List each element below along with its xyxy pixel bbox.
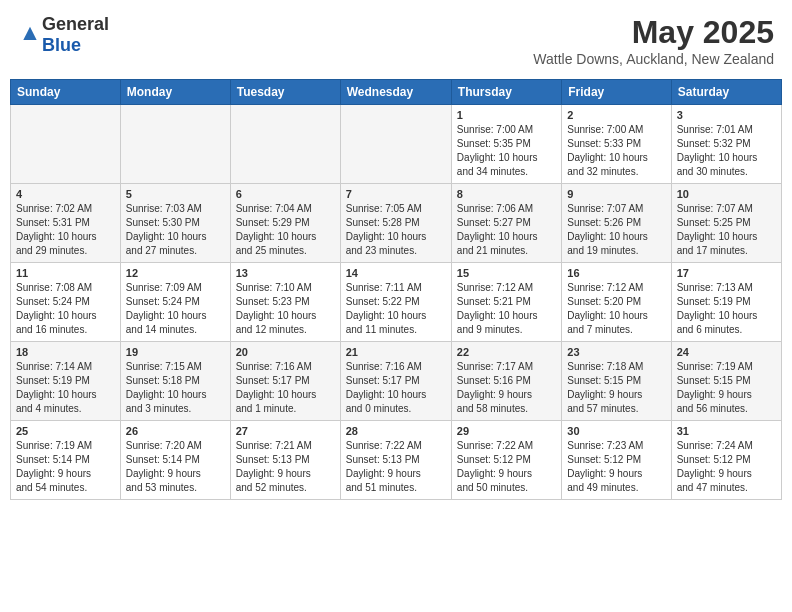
svg-marker-0 <box>23 27 36 40</box>
calendar-cell: 15Sunrise: 7:12 AM Sunset: 5:21 PM Dayli… <box>451 263 561 342</box>
calendar-cell: 2Sunrise: 7:00 AM Sunset: 5:33 PM Daylig… <box>562 105 671 184</box>
day-number: 13 <box>236 267 335 279</box>
day-number: 18 <box>16 346 115 358</box>
calendar-cell: 8Sunrise: 7:06 AM Sunset: 5:27 PM Daylig… <box>451 184 561 263</box>
day-info: Sunrise: 7:16 AM Sunset: 5:17 PM Dayligh… <box>236 360 335 416</box>
weekday-header-monday: Monday <box>120 80 230 105</box>
calendar-cell: 18Sunrise: 7:14 AM Sunset: 5:19 PM Dayli… <box>11 342 121 421</box>
day-info: Sunrise: 7:22 AM Sunset: 5:12 PM Dayligh… <box>457 439 556 495</box>
day-number: 29 <box>457 425 556 437</box>
calendar-cell: 11Sunrise: 7:08 AM Sunset: 5:24 PM Dayli… <box>11 263 121 342</box>
day-info: Sunrise: 7:17 AM Sunset: 5:16 PM Dayligh… <box>457 360 556 416</box>
calendar-cell: 28Sunrise: 7:22 AM Sunset: 5:13 PM Dayli… <box>340 421 451 500</box>
weekday-header-saturday: Saturday <box>671 80 781 105</box>
calendar-week-2: 4Sunrise: 7:02 AM Sunset: 5:31 PM Daylig… <box>11 184 782 263</box>
day-info: Sunrise: 7:07 AM Sunset: 5:25 PM Dayligh… <box>677 202 776 258</box>
day-number: 17 <box>677 267 776 279</box>
day-number: 20 <box>236 346 335 358</box>
calendar-cell: 7Sunrise: 7:05 AM Sunset: 5:28 PM Daylig… <box>340 184 451 263</box>
calendar-cell: 4Sunrise: 7:02 AM Sunset: 5:31 PM Daylig… <box>11 184 121 263</box>
logo-blue: Blue <box>42 35 81 55</box>
day-number: 14 <box>346 267 446 279</box>
day-info: Sunrise: 7:11 AM Sunset: 5:22 PM Dayligh… <box>346 281 446 337</box>
calendar-cell: 1Sunrise: 7:00 AM Sunset: 5:35 PM Daylig… <box>451 105 561 184</box>
day-number: 27 <box>236 425 335 437</box>
day-info: Sunrise: 7:18 AM Sunset: 5:15 PM Dayligh… <box>567 360 665 416</box>
day-info: Sunrise: 7:13 AM Sunset: 5:19 PM Dayligh… <box>677 281 776 337</box>
day-number: 23 <box>567 346 665 358</box>
weekday-header-sunday: Sunday <box>11 80 121 105</box>
day-info: Sunrise: 7:00 AM Sunset: 5:33 PM Dayligh… <box>567 123 665 179</box>
day-number: 16 <box>567 267 665 279</box>
calendar-cell: 13Sunrise: 7:10 AM Sunset: 5:23 PM Dayli… <box>230 263 340 342</box>
calendar-cell: 3Sunrise: 7:01 AM Sunset: 5:32 PM Daylig… <box>671 105 781 184</box>
day-number: 8 <box>457 188 556 200</box>
calendar-cell: 30Sunrise: 7:23 AM Sunset: 5:12 PM Dayli… <box>562 421 671 500</box>
day-info: Sunrise: 7:19 AM Sunset: 5:15 PM Dayligh… <box>677 360 776 416</box>
day-number: 9 <box>567 188 665 200</box>
calendar-cell: 12Sunrise: 7:09 AM Sunset: 5:24 PM Dayli… <box>120 263 230 342</box>
day-info: Sunrise: 7:03 AM Sunset: 5:30 PM Dayligh… <box>126 202 225 258</box>
calendar-cell: 24Sunrise: 7:19 AM Sunset: 5:15 PM Dayli… <box>671 342 781 421</box>
calendar-cell <box>120 105 230 184</box>
day-number: 28 <box>346 425 446 437</box>
weekday-header-row: SundayMondayTuesdayWednesdayThursdayFrid… <box>11 80 782 105</box>
weekday-header-tuesday: Tuesday <box>230 80 340 105</box>
calendar-table: SundayMondayTuesdayWednesdayThursdayFrid… <box>10 79 782 500</box>
logo-general: General <box>42 14 109 34</box>
day-number: 31 <box>677 425 776 437</box>
calendar-cell: 23Sunrise: 7:18 AM Sunset: 5:15 PM Dayli… <box>562 342 671 421</box>
calendar-cell: 26Sunrise: 7:20 AM Sunset: 5:14 PM Dayli… <box>120 421 230 500</box>
day-number: 21 <box>346 346 446 358</box>
day-info: Sunrise: 7:21 AM Sunset: 5:13 PM Dayligh… <box>236 439 335 495</box>
calendar-cell: 20Sunrise: 7:16 AM Sunset: 5:17 PM Dayli… <box>230 342 340 421</box>
day-number: 10 <box>677 188 776 200</box>
calendar-cell: 22Sunrise: 7:17 AM Sunset: 5:16 PM Dayli… <box>451 342 561 421</box>
day-number: 26 <box>126 425 225 437</box>
title-block: May 2025 Wattle Downs, Auckland, New Zea… <box>533 14 774 67</box>
calendar-week-4: 18Sunrise: 7:14 AM Sunset: 5:19 PM Dayli… <box>11 342 782 421</box>
day-info: Sunrise: 7:24 AM Sunset: 5:12 PM Dayligh… <box>677 439 776 495</box>
calendar-cell: 17Sunrise: 7:13 AM Sunset: 5:19 PM Dayli… <box>671 263 781 342</box>
calendar-cell: 6Sunrise: 7:04 AM Sunset: 5:29 PM Daylig… <box>230 184 340 263</box>
calendar-cell <box>11 105 121 184</box>
day-info: Sunrise: 7:22 AM Sunset: 5:13 PM Dayligh… <box>346 439 446 495</box>
day-info: Sunrise: 7:14 AM Sunset: 5:19 PM Dayligh… <box>16 360 115 416</box>
day-number: 25 <box>16 425 115 437</box>
day-info: Sunrise: 7:12 AM Sunset: 5:21 PM Dayligh… <box>457 281 556 337</box>
page-header: General Blue May 2025 Wattle Downs, Auck… <box>10 10 782 71</box>
day-info: Sunrise: 7:12 AM Sunset: 5:20 PM Dayligh… <box>567 281 665 337</box>
day-info: Sunrise: 7:15 AM Sunset: 5:18 PM Dayligh… <box>126 360 225 416</box>
calendar-cell: 29Sunrise: 7:22 AM Sunset: 5:12 PM Dayli… <box>451 421 561 500</box>
day-info: Sunrise: 7:16 AM Sunset: 5:17 PM Dayligh… <box>346 360 446 416</box>
calendar-cell: 21Sunrise: 7:16 AM Sunset: 5:17 PM Dayli… <box>340 342 451 421</box>
day-info: Sunrise: 7:07 AM Sunset: 5:26 PM Dayligh… <box>567 202 665 258</box>
calendar-cell: 10Sunrise: 7:07 AM Sunset: 5:25 PM Dayli… <box>671 184 781 263</box>
calendar-cell: 16Sunrise: 7:12 AM Sunset: 5:20 PM Dayli… <box>562 263 671 342</box>
day-number: 15 <box>457 267 556 279</box>
day-number: 5 <box>126 188 225 200</box>
day-info: Sunrise: 7:23 AM Sunset: 5:12 PM Dayligh… <box>567 439 665 495</box>
calendar-cell: 27Sunrise: 7:21 AM Sunset: 5:13 PM Dayli… <box>230 421 340 500</box>
day-number: 12 <box>126 267 225 279</box>
day-number: 6 <box>236 188 335 200</box>
logo: General Blue <box>18 14 109 56</box>
day-info: Sunrise: 7:05 AM Sunset: 5:28 PM Dayligh… <box>346 202 446 258</box>
calendar-cell: 19Sunrise: 7:15 AM Sunset: 5:18 PM Dayli… <box>120 342 230 421</box>
calendar-week-3: 11Sunrise: 7:08 AM Sunset: 5:24 PM Dayli… <box>11 263 782 342</box>
calendar-cell: 31Sunrise: 7:24 AM Sunset: 5:12 PM Dayli… <box>671 421 781 500</box>
month-title: May 2025 <box>533 14 774 51</box>
day-number: 1 <box>457 109 556 121</box>
day-number: 19 <box>126 346 225 358</box>
day-info: Sunrise: 7:00 AM Sunset: 5:35 PM Dayligh… <box>457 123 556 179</box>
day-info: Sunrise: 7:01 AM Sunset: 5:32 PM Dayligh… <box>677 123 776 179</box>
calendar-cell: 9Sunrise: 7:07 AM Sunset: 5:26 PM Daylig… <box>562 184 671 263</box>
day-number: 2 <box>567 109 665 121</box>
day-number: 22 <box>457 346 556 358</box>
day-number: 3 <box>677 109 776 121</box>
day-number: 24 <box>677 346 776 358</box>
day-info: Sunrise: 7:19 AM Sunset: 5:14 PM Dayligh… <box>16 439 115 495</box>
day-info: Sunrise: 7:04 AM Sunset: 5:29 PM Dayligh… <box>236 202 335 258</box>
logo-icon <box>20 25 40 45</box>
day-number: 4 <box>16 188 115 200</box>
